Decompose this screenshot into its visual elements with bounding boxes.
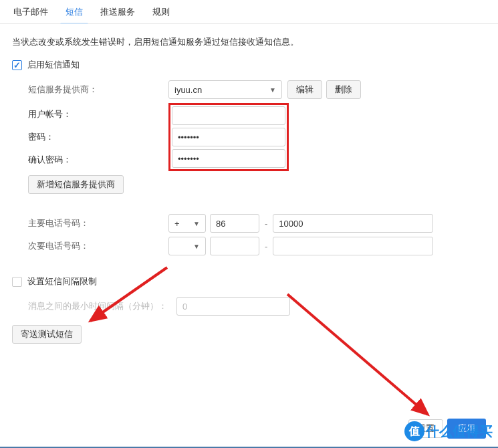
page-description: 当状态改变或系统发生错误时，启用短信通知服务通过短信接收通知信息。 bbox=[12, 36, 486, 48]
secondary-cc-input[interactable] bbox=[210, 237, 259, 255]
delete-provider-button[interactable]: 删除 bbox=[326, 80, 361, 99]
edit-provider-button[interactable]: 编辑 bbox=[287, 80, 322, 99]
chevron-down-icon: ▼ bbox=[193, 220, 200, 227]
enable-sms-label: 启用短信通知 bbox=[27, 59, 80, 71]
secondary-number-input[interactable] bbox=[273, 237, 433, 255]
primary-prefix-select[interactable]: + ▼ bbox=[168, 214, 206, 233]
provider-selected-value: iyuu.cn bbox=[174, 85, 202, 95]
primary-cc-input[interactable]: 86 bbox=[210, 214, 259, 233]
dash: - bbox=[263, 241, 269, 251]
interval-checkbox[interactable]: ✓ bbox=[12, 277, 22, 287]
confirm-password-input[interactable]: ••••••• bbox=[172, 149, 285, 168]
add-provider-button[interactable]: 新增短信服务提供商 bbox=[28, 175, 124, 194]
provider-select[interactable]: iyuu.cn ▼ bbox=[168, 80, 282, 99]
confirm-password-label: 确认密码： bbox=[28, 148, 168, 171]
interval-desc: 消息之间的最小时间间隔（分钟）： bbox=[28, 300, 176, 312]
primary-phone-label: 主要电话号码： bbox=[28, 217, 168, 229]
primary-number-input[interactable]: 10000 bbox=[273, 214, 433, 233]
interval-label: 设置短信间隔限制 bbox=[27, 275, 97, 288]
password-input[interactable]: ••••••• bbox=[172, 128, 285, 146]
chevron-down-icon: ▼ bbox=[269, 86, 276, 94]
chevron-down-icon: ▼ bbox=[193, 243, 200, 250]
account-input[interactable] bbox=[172, 106, 285, 125]
tabs-bar: 电子邮件 短信 推送服务 规则 bbox=[0, 0, 498, 24]
account-label: 用户帐号： bbox=[28, 103, 168, 126]
tab-push[interactable]: 推送服务 bbox=[99, 1, 136, 23]
watermark-brand: 值 什么值得买 bbox=[404, 421, 493, 441]
enable-sms-checkbox[interactable]: ✓ bbox=[12, 60, 22, 70]
tab-sms[interactable]: 短信 bbox=[64, 1, 84, 23]
secondary-phone-label: 次要电话号码： bbox=[28, 240, 168, 252]
interval-input[interactable]: 0 bbox=[176, 297, 290, 316]
tab-rules[interactable]: 规则 bbox=[151, 1, 171, 23]
provider-label: 短信服务提供商： bbox=[28, 84, 168, 96]
dash: - bbox=[263, 219, 269, 229]
credential-highlight: ••••••• ••••••• bbox=[168, 103, 289, 171]
send-test-sms-button[interactable]: 寄送测试短信 bbox=[12, 325, 82, 344]
password-label: 密码： bbox=[28, 126, 168, 148]
secondary-prefix-select[interactable]: ▼ bbox=[168, 237, 206, 255]
tab-email[interactable]: 电子邮件 bbox=[12, 1, 49, 23]
